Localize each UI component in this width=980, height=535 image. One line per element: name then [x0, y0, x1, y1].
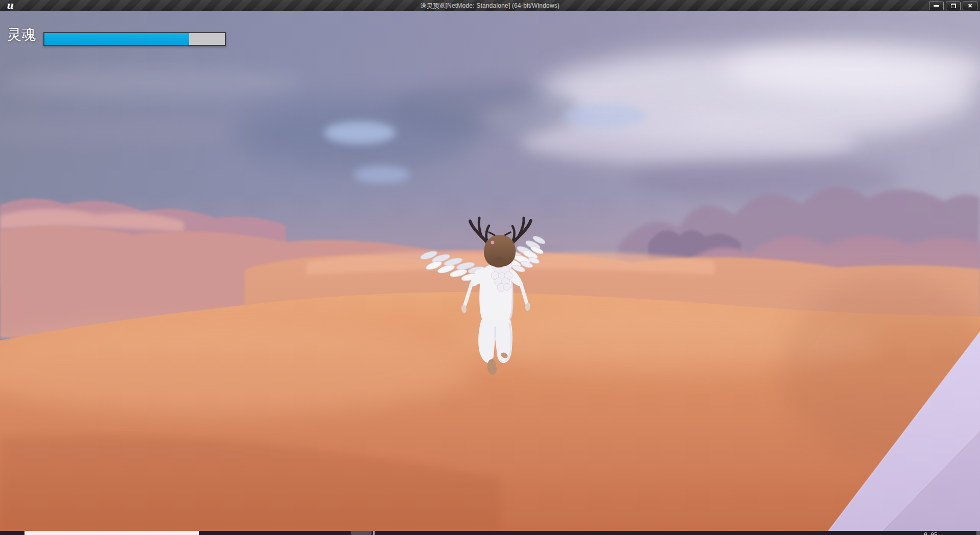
game-viewport[interactable]: 灵魂	[0, 11, 980, 531]
scene-3d	[0, 11, 980, 531]
bottom-marker-line	[373, 531, 375, 535]
character-hair	[484, 235, 516, 268]
close-icon: ×	[968, 3, 972, 9]
bottom-scrubber-thumb[interactable]	[351, 531, 372, 535]
soul-progress-bar	[43, 32, 226, 46]
bottom-progress-fill	[24, 531, 199, 535]
restore-button[interactable]	[946, 2, 961, 10]
close-button[interactable]: ×	[963, 2, 977, 10]
soul-label: 灵魂	[7, 25, 36, 44]
minimize-icon	[934, 5, 939, 7]
restore-icon	[951, 4, 956, 8]
bottom-counter: 0.05	[924, 531, 938, 535]
app-window: u 送灵预览[NetMode: Standalone] (64-bit/Wind…	[0, 0, 980, 535]
window-title: 送灵预览[NetMode: Standalone] (64-bit/Window…	[0, 0, 980, 11]
bottom-right-segment	[976, 531, 980, 535]
minimize-button[interactable]	[929, 2, 944, 10]
hair-flower	[491, 241, 495, 245]
soul-progress-fill	[44, 33, 189, 45]
bottom-bar: 0.05	[0, 531, 980, 535]
window-controls: ×	[929, 2, 977, 10]
title-bar[interactable]: u 送灵预览[NetMode: Standalone] (64-bit/Wind…	[0, 0, 980, 11]
